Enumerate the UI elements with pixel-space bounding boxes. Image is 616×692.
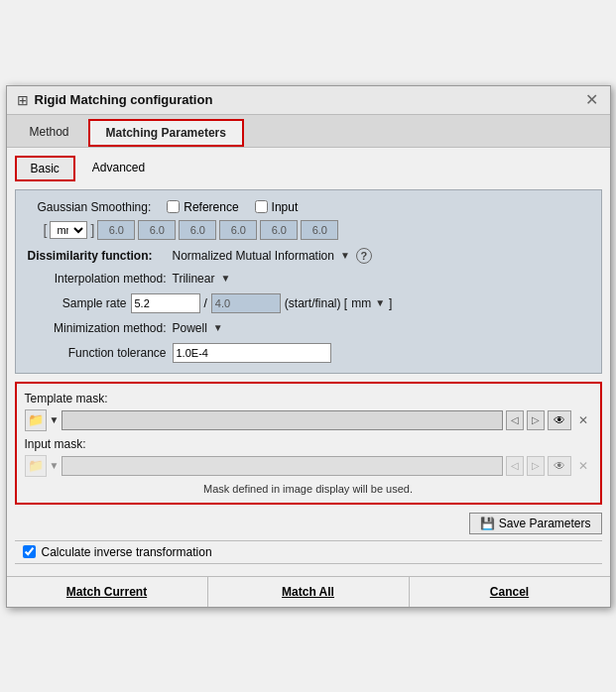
input-mask-next-btn[interactable]: ▷ (527, 456, 545, 476)
inverse-label: Calculate inverse transformation (42, 545, 212, 559)
interpolation-arrow[interactable]: ▼ (220, 273, 230, 284)
input-mask-eye-btn[interactable]: 👁 (548, 456, 571, 476)
function-tolerance-input[interactable] (173, 343, 331, 363)
template-mask-folder-btn[interactable]: 📁 (25, 409, 47, 431)
app-icon: ⊞ (17, 92, 29, 108)
open-bracket: [ (44, 222, 48, 238)
mm-val-3[interactable] (179, 220, 216, 240)
interpolation-label: Interpolation method: (48, 272, 167, 286)
eye-icon: 👁 (554, 413, 565, 427)
dialog-content: Basic Advanced Gaussian Smoothing: Refer… (7, 148, 610, 576)
tab-method[interactable]: Method (13, 119, 86, 147)
dissimilarity-row: Dissimilarity function: Normalized Mutua… (28, 248, 589, 264)
match-all-label: Match All (282, 585, 334, 599)
minimization-row: Minimization method: Powell ▼ (48, 321, 589, 335)
mm-val-2[interactable] (138, 220, 176, 240)
sub-tab-basic[interactable]: Basic (15, 156, 75, 181)
sample-label: Sample rate (48, 296, 127, 310)
minimization-label: Minimization method: (48, 321, 167, 335)
help-icon[interactable]: ? (356, 248, 372, 264)
sample-divider: / (204, 296, 207, 310)
mm-val-4[interactable] (219, 220, 257, 240)
input-checkbox-item: Input (255, 200, 299, 214)
mm-val-1[interactable] (97, 220, 135, 240)
mm-unit-select[interactable]: mm (50, 221, 87, 239)
template-mask-controls: 📁 ▼ ◁ ▷ 👁 ✕ (25, 409, 592, 431)
sample-unit: mm (351, 296, 371, 310)
reference-checkbox-item: Reference (167, 200, 238, 214)
sub-tab-bar: Basic Advanced (15, 156, 602, 181)
dissimilarity-value: Normalized Mutual Information (173, 249, 334, 263)
input-label: Input (272, 200, 299, 214)
input-mask-label-row: Input mask: (25, 437, 592, 451)
title-bar: ⊞ Rigid Matching configuration ✕ (7, 86, 610, 115)
dissimilarity-arrow[interactable]: ▼ (340, 250, 350, 261)
template-mask-prev-btn[interactable]: ◁ (506, 410, 524, 430)
input-mask-clear-btn[interactable]: ✕ (574, 456, 592, 476)
function-tolerance-label: Function tolerance (48, 346, 167, 360)
cancel-button[interactable]: Cancel (410, 577, 610, 607)
gaussian-label: Gaussian Smoothing: (38, 200, 152, 214)
input-mask-input[interactable] (62, 456, 502, 476)
mm-row: [ mm ] (44, 220, 589, 240)
input-mask-prev-btn[interactable]: ◁ (506, 456, 524, 476)
template-mask-label-row: Template mask: (25, 392, 592, 405)
sample-unit-arrow[interactable]: ▼ (375, 297, 385, 308)
sample-value1[interactable] (131, 293, 200, 313)
close-button[interactable]: ✕ (583, 92, 600, 108)
dialog-title: Rigid Matching configuration (35, 92, 213, 107)
sample-rate-row: Sample rate / (start/final) [ mm ▼ ] (48, 293, 589, 313)
template-mask-clear-btn[interactable]: ✕ (574, 410, 592, 430)
match-current-label: Match Current (66, 585, 147, 599)
sample-close: ] (389, 296, 392, 310)
template-mask-dropdown-arrow[interactable]: ▼ (50, 414, 60, 425)
input-mask-controls: 📁 ▼ ◁ ▷ 👁 ✕ (25, 455, 592, 477)
main-panel: Gaussian Smoothing: Reference Input [ mm… (15, 189, 602, 374)
minimization-value: Powell (173, 321, 207, 335)
sub-tab-advanced[interactable]: Advanced (77, 156, 160, 181)
interpolation-row: Interpolation method: Trilinear ▼ (48, 272, 589, 286)
close-bracket: ] (90, 222, 94, 238)
function-tolerance-row: Function tolerance (48, 343, 589, 363)
template-mask-input[interactable] (62, 410, 502, 430)
minimization-arrow[interactable]: ▼ (213, 322, 223, 333)
folder-icon: 📁 (28, 412, 44, 427)
main-tab-bar: Method Matching Parameters (7, 115, 610, 148)
cancel-label: Cancel (490, 585, 529, 599)
reference-checkbox[interactable] (167, 200, 180, 213)
template-mask-eye-btn[interactable]: 👁 (548, 410, 571, 430)
dissimilarity-label: Dissimilarity function: (28, 249, 167, 263)
match-all-button[interactable]: Match All (208, 577, 410, 607)
save-params-row: 💾 Save Parameters (15, 513, 602, 534)
inverse-row: Calculate inverse transformation (15, 540, 602, 564)
input-mask-label: Input mask: (25, 437, 86, 451)
sample-suffix: (start/final) [ (285, 296, 347, 310)
mask-note: Mask defined in image display will be us… (25, 483, 592, 495)
tab-matching-parameters[interactable]: Matching Parameters (88, 119, 244, 147)
dialog: ⊞ Rigid Matching configuration ✕ Method … (6, 85, 611, 608)
match-current-button[interactable]: Match Current (7, 577, 208, 607)
mm-val-5[interactable] (260, 220, 298, 240)
sample-value2[interactable] (211, 293, 281, 313)
input-mask-dropdown-arrow[interactable]: ▼ (50, 460, 60, 471)
save-parameters-label: Save Parameters (499, 517, 591, 530)
inverse-checkbox[interactable] (23, 545, 36, 558)
gaussian-row: Gaussian Smoothing: Reference Input (38, 200, 589, 214)
mm-val-6[interactable] (301, 220, 338, 240)
bottom-bar: Match Current Match All Cancel (7, 576, 610, 607)
folder-icon-2: 📁 (28, 458, 44, 473)
mask-section: Template mask: 📁 ▼ ◁ ▷ 👁 ✕ Input mask: (15, 382, 602, 505)
eye-icon-2: 👁 (554, 459, 565, 473)
floppy-icon: 💾 (480, 517, 495, 530)
reference-label: Reference (184, 200, 238, 214)
input-checkbox[interactable] (255, 200, 268, 213)
save-parameters-button[interactable]: 💾 Save Parameters (469, 513, 602, 534)
interpolation-value: Trilinear (173, 272, 215, 286)
template-mask-next-btn[interactable]: ▷ (527, 410, 545, 430)
input-mask-folder-btn[interactable]: 📁 (25, 455, 47, 477)
template-mask-label: Template mask: (25, 392, 108, 405)
